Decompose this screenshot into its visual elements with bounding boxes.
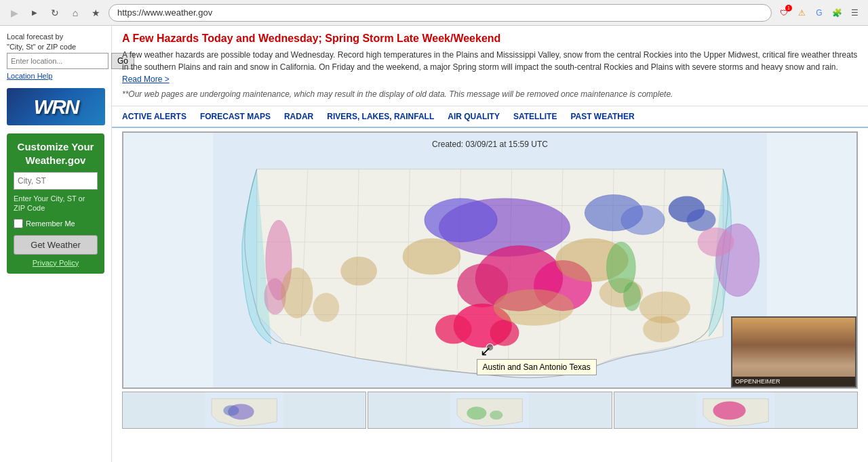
extensions-icon[interactable]: 🧩 xyxy=(830,6,844,20)
home-button[interactable]: ⌂ xyxy=(68,5,83,20)
map-section: Created: 03/09/21 at 15:59 UTC xyxy=(112,128,868,462)
remember-label: Remember Me xyxy=(26,219,75,228)
svg-point-16 xyxy=(621,205,665,234)
address-bar[interactable]: https://www.weather.gov xyxy=(108,4,772,22)
news-body: A few weather hazards are possible today… xyxy=(122,49,858,85)
nav-air-quality[interactable]: AIR QUALITY xyxy=(448,112,500,121)
svg-point-45 xyxy=(467,406,487,419)
nav-past-weather[interactable]: PAST WEATHER xyxy=(570,112,634,121)
browser-actions: 🛡1 ⚠ G 🧩 ☰ xyxy=(777,6,861,20)
svg-point-23 xyxy=(435,315,472,344)
video-overlay[interactable]: OPPENHEIMER xyxy=(731,316,856,387)
warning-icon[interactable]: ⚠ xyxy=(795,6,808,20)
bottom-maps xyxy=(122,392,858,429)
bookmark-button[interactable]: ★ xyxy=(88,5,103,20)
browser-chrome: ▶ ▶ ↻ ⌂ ★ https://www.weather.gov 🛡1 ⚠ G… xyxy=(0,0,868,26)
nav-bar: ACTIVE ALERTS FORECAST MAPS RADAR RIVERS… xyxy=(112,106,868,128)
maps-icon[interactable]: G xyxy=(812,6,826,20)
maintenance-notice: **Our web pages are undergoing maintenan… xyxy=(122,89,858,99)
svg-point-14 xyxy=(425,198,497,242)
map-timestamp: Created: 03/09/21 at 15:59 UTC xyxy=(123,137,856,152)
wrn-logo: WRN xyxy=(7,88,105,125)
privacy-policy-link[interactable]: Privacy Policy xyxy=(14,259,98,267)
small-map-3[interactable] xyxy=(614,392,858,429)
svg-point-26 xyxy=(403,238,461,275)
news-title: A Few Hazards Today and Wednesday; Sprin… xyxy=(122,33,858,45)
nav-active-alerts[interactable]: ACTIVE ALERTS xyxy=(122,112,186,121)
location-input[interactable] xyxy=(7,53,108,69)
map-container[interactable]: Created: 03/09/21 at 15:59 UTC xyxy=(122,131,858,389)
nav-radar[interactable]: RADAR xyxy=(284,112,313,121)
remember-checkbox[interactable] xyxy=(14,219,23,228)
nav-forecast-maps[interactable]: FORECAST MAPS xyxy=(200,112,271,121)
shield-icon[interactable]: 🛡1 xyxy=(777,6,791,20)
enter-city-label: Enter Your City, ST or ZIP Code xyxy=(14,194,98,213)
location-input-row: Go xyxy=(7,53,104,69)
video-bg xyxy=(732,318,855,386)
get-weather-button[interactable]: Get Weather xyxy=(14,235,98,255)
sidebar: Local forecast by "City, St" or ZIP code… xyxy=(0,26,112,462)
svg-point-40 xyxy=(486,344,494,352)
city-input[interactable] xyxy=(14,172,98,190)
svg-point-37 xyxy=(313,293,339,322)
svg-point-38 xyxy=(643,316,679,343)
svg-point-18 xyxy=(687,209,716,231)
nav-rivers[interactable]: RIVERS, LAKES, RAINFALL xyxy=(327,112,434,121)
svg-point-27 xyxy=(494,289,574,326)
customize-box: Customize Your Weather.gov Enter Your Ci… xyxy=(7,133,104,274)
main-content: A Few Hazards Today and Wednesday; Sprin… xyxy=(112,26,868,462)
news-section: A Few Hazards Today and Wednesday; Sprin… xyxy=(112,26,868,106)
svg-point-24 xyxy=(490,320,519,346)
location-help-link[interactable]: Location Help xyxy=(7,72,104,80)
svg-point-33 xyxy=(623,282,641,311)
menu-icon[interactable]: ☰ xyxy=(848,6,861,20)
page-wrapper: Local forecast by "City, St" or ZIP code… xyxy=(0,26,868,462)
svg-point-43 xyxy=(223,405,239,415)
local-forecast-sublabel: "City, St" or ZIP code xyxy=(7,43,104,51)
svg-point-36 xyxy=(281,268,313,318)
news-body-text: A few weather hazards are possible today… xyxy=(122,50,857,72)
nav-satellite[interactable]: SATELLITE xyxy=(513,112,557,121)
wrn-text: WRN xyxy=(34,96,79,119)
forward-button[interactable]: ▶ xyxy=(27,5,42,20)
svg-point-48 xyxy=(713,401,745,419)
remember-row: Remember Me xyxy=(14,219,98,228)
back-button[interactable]: ▶ xyxy=(7,5,22,20)
svg-point-46 xyxy=(490,411,502,419)
customize-title: Customize Your Weather.gov xyxy=(14,140,98,167)
url-text: https://www.weather.gov xyxy=(117,7,212,18)
video-title: OPPENHEIMER xyxy=(732,377,855,386)
svg-point-30 xyxy=(340,257,377,286)
svg-point-39 xyxy=(698,228,734,257)
read-more-link[interactable]: Read More > xyxy=(122,75,170,84)
small-map-2[interactable] xyxy=(368,392,612,429)
small-map-1[interactable] xyxy=(122,392,366,429)
local-forecast-label: Local forecast by xyxy=(7,33,104,41)
reload-button[interactable]: ↻ xyxy=(47,5,62,20)
